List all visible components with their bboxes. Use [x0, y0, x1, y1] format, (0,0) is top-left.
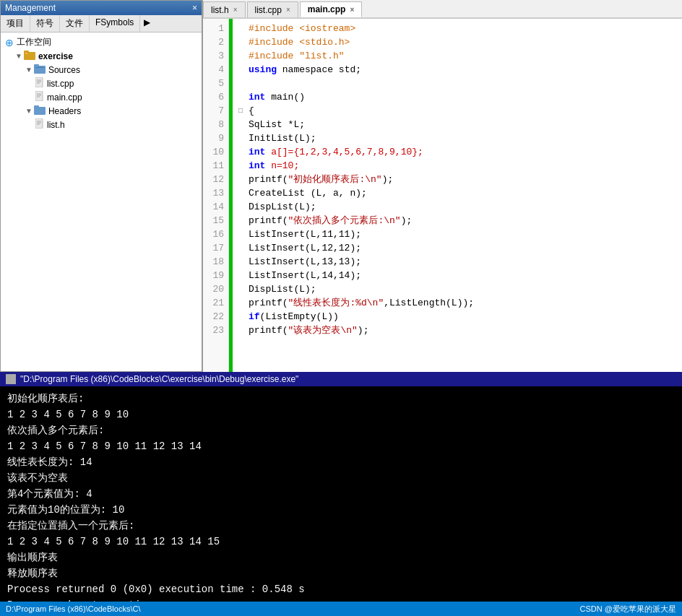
line-number: 19	[207, 269, 224, 282]
tree-list-cpp[interactable]: list.cpp	[1, 77, 202, 90]
tab-symbol[interactable]: 符号	[30, 15, 60, 32]
management-title: Management	[5, 3, 56, 13]
line-number: 10	[207, 145, 224, 159]
folder-sources-icon	[34, 64, 46, 76]
code-line: printf("初始化顺序表后:\n");	[238, 173, 676, 186]
terminal-title-bar: "D:\Program Files (x86)\CodeBlocks\C\exe…	[0, 372, 682, 386]
code-token: int	[249, 160, 265, 171]
code-token: {	[249, 105, 254, 116]
tab-list-cpp[interactable]: list.cpp ×	[247, 1, 298, 17]
close-icon[interactable]: ×	[192, 3, 197, 13]
tab-project[interactable]: 项目	[1, 15, 30, 32]
line-number: 20	[207, 282, 224, 296]
status-right: CSDN @爱吃苹果的派大星	[580, 604, 676, 615]
code-token: "线性表长度为:%d\n"	[288, 298, 384, 308]
code-token: ListInsert(L,14,14);	[249, 270, 361, 281]
svg-rect-11	[35, 91, 43, 101]
tree-workspace[interactable]: ⊕ 工作空间	[1, 35, 202, 49]
code-line: printf("线性表长度为:%d\n",ListLength(L));	[238, 296, 676, 310]
terminal-title: "D:\Program Files (x86)\CodeBlocks\C\exe…	[20, 374, 298, 384]
tree-sources[interactable]: ▼ Sources	[1, 63, 202, 77]
code-token: int	[249, 92, 265, 103]
code-token: ListInsert(L,11,11);	[249, 229, 361, 240]
code-line	[238, 77, 676, 90]
list-cpp-label: list.cpp	[47, 79, 74, 89]
headers-label: Headers	[48, 106, 81, 116]
folder-icon	[24, 50, 35, 62]
tab-fsymbols[interactable]: FSymbols	[90, 15, 140, 32]
code-token: "该表为空表\n"	[288, 325, 358, 336]
tab-arrow[interactable]: ▶	[140, 15, 154, 32]
management-title-bar: Management ×	[1, 1, 202, 15]
tab-file[interactable]: 文件	[60, 15, 90, 32]
tab-list-h[interactable]: list.h ×	[203, 1, 246, 17]
terminal-line: 输出顺序表	[7, 550, 675, 565]
code-content[interactable]: #include <iostream>#include <stdio.h>#in…	[233, 19, 682, 372]
code-token: ListInsert(L,12,12);	[249, 243, 361, 253]
tree-exercise[interactable]: ▼ exercise	[1, 49, 202, 63]
code-line: ListInsert(L,11,11);	[238, 227, 676, 241]
code-token: n=10;	[265, 160, 299, 171]
terminal-line: 释放顺序表	[7, 565, 675, 581]
code-editor: list.h × list.cpp × main.cpp × 123456789…	[202, 0, 682, 372]
code-token: a[]={1,2,3,4,5,6,7,8,9,10};	[265, 147, 423, 157]
management-tabs: 项目 符号 文件 FSymbols ▶	[1, 15, 202, 32]
process-returned-line: Process returned 0 (0x0) execution time …	[7, 581, 675, 597]
line-number: 11	[207, 159, 224, 173]
code-token: namespace	[277, 64, 339, 75]
line-number: 17	[207, 241, 224, 255]
code-token: printf(	[249, 215, 288, 226]
tab-list-h-label: list.h	[211, 5, 229, 15]
line-number: 3	[207, 49, 224, 63]
terminal-icon	[6, 374, 16, 384]
fold-button[interactable]: □	[238, 104, 246, 118]
expand-icon: ▼	[15, 52, 22, 60]
code-token: );	[401, 215, 413, 226]
terminal-line: 线性表长度为: 14	[7, 454, 675, 470]
line-number: 12	[207, 173, 224, 186]
code-token: printf(	[249, 325, 288, 336]
code-line: DispList(L);	[238, 200, 676, 214]
close-tab-list-h[interactable]: ×	[233, 6, 238, 14]
tree-headers[interactable]: ▼ Headers	[1, 104, 202, 118]
line-numbers: 1234567891011121314151617181920212223	[203, 19, 229, 372]
management-panel: Management × 项目 符号 文件 FSymbols ▶ ⊕ 工作空间 …	[0, 0, 202, 372]
terminal-line: 该表不为空表	[7, 470, 675, 486]
code-line: if(ListEmpty(L))	[238, 310, 676, 324]
terminal-line: 第4个元素值为: 4	[7, 486, 675, 502]
code-line: int main()	[238, 90, 676, 104]
code-line: ListInsert(L,13,13);	[238, 255, 676, 269]
file-tree: ⊕ 工作空间 ▼ exercise ▼ Sources list.cpp	[1, 32, 202, 371]
globe-icon: ⊕	[5, 37, 14, 48]
terminal-line: 元素值为10的位置为: 10	[7, 502, 675, 518]
code-line: InitList(L);	[238, 131, 676, 145]
tree-main-cpp[interactable]: main.cpp	[1, 90, 202, 104]
line-number: 13	[207, 186, 224, 200]
line-number: 18	[207, 255, 224, 269]
terminal-content[interactable]: 初始化顺序表后:1 2 3 4 5 6 7 8 9 10依次插入多个元素后:1 …	[0, 386, 682, 616]
editor-tabs-bar: list.h × list.cpp × main.cpp ×	[203, 0, 682, 19]
terminal-line: 1 2 3 4 5 6 7 8 9 10 11 12 13 14	[7, 438, 675, 454]
line-number: 1	[207, 22, 224, 35]
tab-main-cpp[interactable]: main.cpp ×	[300, 1, 363, 17]
line-number: 7	[207, 104, 224, 118]
status-left: D:\Program Files (x86)\CodeBlocks\C\	[6, 604, 140, 613]
code-token: "初始化顺序表后:\n"	[288, 174, 382, 185]
code-line: #include <stdio.h>	[238, 35, 676, 49]
line-number: 8	[207, 118, 224, 131]
code-token: CreateList (L, a, n);	[249, 188, 367, 199]
expand-icon-sources: ▼	[25, 66, 33, 74]
code-token: #include <iostream>	[249, 23, 355, 34]
line-number: 23	[207, 324, 224, 337]
terminal-line: 在指定位置插入一个元素后:	[7, 518, 675, 534]
code-token: SqList *L;	[249, 119, 305, 130]
close-tab-list-cpp[interactable]: ×	[286, 6, 290, 14]
status-bar: D:\Program Files (x86)\CodeBlocks\C\ CSD…	[0, 602, 682, 616]
code-token: printf(	[249, 298, 288, 308]
code-line: □{	[238, 104, 676, 118]
main-cpp-label: main.cpp	[47, 92, 82, 103]
code-token: InitList(L);	[249, 133, 316, 144]
line-number: 22	[207, 310, 224, 324]
close-tab-main-cpp[interactable]: ×	[350, 6, 354, 14]
tree-list-h[interactable]: list.h	[1, 118, 202, 131]
